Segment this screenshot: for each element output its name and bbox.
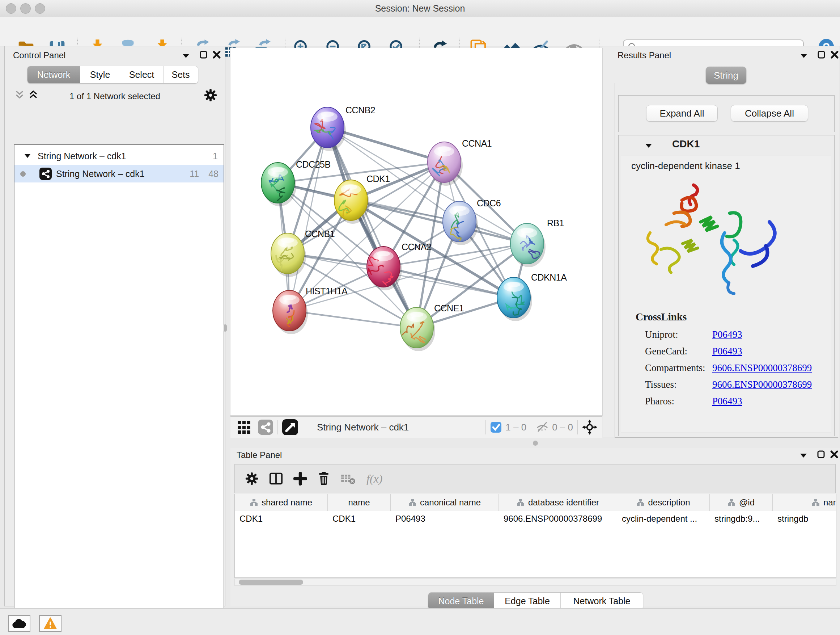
section-collapse-caret-icon[interactable] [645, 143, 653, 149]
panel-close-icon[interactable] [830, 50, 839, 59]
panel-close-icon[interactable] [212, 50, 221, 59]
gene-detail-box: cyclin-dependent kinase 1 [621, 156, 831, 433]
panel-float-icon[interactable] [817, 50, 826, 59]
network-node-CCNB2[interactable]: CCNB2 [311, 105, 375, 151]
crosslinks-heading: CrossLinks [636, 311, 687, 323]
crosslink-link[interactable]: P06493 [712, 346, 742, 357]
network-graph: CCNB2CCNA1CDC25BCDK1CDC6RB1CCNB1CCNA2CDK… [231, 48, 602, 415]
cell-name: CDK1 [328, 511, 391, 527]
tab-network-table[interactable]: Network Table [561, 593, 643, 610]
node-label-CDK1: CDK1 [366, 174, 390, 184]
tab-network[interactable]: Network [27, 66, 80, 83]
table-row[interactable]: CDK1 CDK1 P06493 9606.ENSP00000378699 cy… [235, 511, 836, 527]
panel-menu-icon[interactable] [182, 53, 190, 59]
cloud-status-button[interactable] [8, 615, 30, 632]
scrollbar-thumb[interactable] [239, 580, 303, 585]
panel-menu-icon[interactable] [799, 453, 807, 458]
tab-node-table[interactable]: Node Table [428, 593, 494, 610]
network-share-icon [39, 168, 52, 180]
vertical-splitter-handle[interactable] [224, 325, 227, 332]
column-header[interactable]: description [617, 494, 710, 511]
cell-canonical-name: P06493 [391, 511, 499, 527]
horizontal-splitter-handle[interactable] [533, 440, 538, 446]
fit-content-crosshair-icon[interactable] [582, 420, 597, 435]
network-column-icon [728, 499, 736, 507]
gear-icon[interactable] [245, 472, 259, 486]
cell-shared-name: CDK1 [235, 511, 328, 527]
tab-style[interactable]: Style [80, 66, 120, 83]
network-collection-row[interactable]: String Network – cdk1 1 [14, 148, 224, 165]
collapse-all-button[interactable]: Collapse All [731, 105, 808, 122]
birdseye-view-icon[interactable] [282, 419, 298, 435]
network-edge-CCNB2-HIST1H1A[interactable] [289, 127, 327, 310]
table-header-row: shared name name canonical name database… [235, 494, 836, 511]
titlebar: Session: New Session [0, 0, 840, 17]
node-label-RB1: RB1 [547, 218, 564, 228]
tree-expand-caret-icon[interactable] [25, 154, 31, 158]
tab-edge-table[interactable]: Edge Table [494, 593, 561, 610]
panel-float-icon[interactable] [817, 450, 826, 459]
selected-checkbox-icon[interactable] [490, 421, 502, 433]
network-column-icon [636, 499, 644, 507]
control-panel: Control Panel Network Style Select Sets … [4, 46, 225, 606]
network-node-CCNB1[interactable]: CCNB1 [271, 229, 335, 277]
network-node-HIST1H1A[interactable]: HIST1H1A [273, 286, 347, 334]
cell-namespace: stringdb [773, 511, 836, 527]
column-header[interactable]: shared name [235, 494, 328, 511]
panel-close-icon[interactable] [830, 450, 838, 459]
network-edge-CCNB2-CCNE1[interactable] [327, 127, 417, 328]
network-share-icon[interactable] [258, 420, 273, 435]
tab-select[interactable]: Select [120, 66, 164, 83]
column-header[interactable]: name [328, 494, 391, 511]
network-row-selected[interactable]: String Network – cdk1 11 48 [14, 165, 224, 182]
network-edge-HIST1H1A-CCNE1[interactable] [289, 310, 417, 328]
hidden-eye-slash-icon[interactable] [535, 421, 549, 433]
show-columns-icon[interactable] [269, 472, 283, 486]
warnings-button[interactable] [39, 615, 62, 632]
delete-table-icon[interactable] [340, 472, 356, 485]
toolbar-separator [485, 420, 486, 434]
network-node-CCNE1[interactable]: CCNE1 [400, 303, 464, 351]
table-panel-title: Table Panel [237, 450, 282, 460]
network-row-label: String Network – cdk1 [56, 169, 145, 179]
crosslink-link[interactable]: 9606.ENSP00000378699 [712, 363, 812, 374]
tab-sets[interactable]: Sets [164, 66, 198, 83]
panel-menu-icon[interactable] [800, 53, 808, 59]
column-header-label: database identifier [528, 497, 599, 508]
network-node-CDC6[interactable]: CDC6 [443, 198, 501, 245]
expand-all-button[interactable]: Expand All [646, 105, 718, 122]
column-header[interactable]: namespace [773, 494, 836, 511]
network-node-CCNA2[interactable]: CCNA2 [366, 242, 431, 290]
column-header-label: shared name [262, 497, 312, 508]
crosslink-link[interactable]: P06493 [712, 329, 742, 340]
gene-description: cyclin-dependent kinase 1 [631, 160, 740, 172]
network-node-RB1[interactable]: RB1 [510, 218, 564, 267]
tab-string[interactable]: String [706, 67, 746, 84]
column-header[interactable]: database identifier [499, 494, 617, 511]
control-panel-tabs: Network Style Select Sets [27, 66, 198, 84]
gear-icon[interactable] [204, 88, 218, 102]
network-canvas[interactable]: CCNB2CCNA1CDC25BCDK1CDC6RB1CCNB1CCNA2CDK… [231, 48, 602, 415]
node-label-CCNB2: CCNB2 [346, 105, 375, 115]
add-column-icon[interactable] [294, 472, 307, 486]
crosslink-link[interactable]: 9606.ENSP00000378699 [712, 379, 812, 390]
trash-icon[interactable] [317, 471, 330, 486]
node-label-CDC25B: CDC25B [296, 159, 331, 169]
hidden-counts: 0 – 0 [552, 422, 573, 433]
column-header[interactable]: canonical name [391, 494, 499, 511]
crosslink-label: Tissues: [645, 379, 677, 390]
crosslink-label: GeneCard: [645, 346, 687, 357]
crosslink-link[interactable]: P06493 [712, 396, 742, 407]
network-column-icon [812, 499, 820, 507]
panel-float-icon[interactable] [199, 50, 208, 59]
network-selection-status: 1 of 1 Network selected [5, 91, 225, 101]
network-node-CDC25B[interactable]: CDC25B [261, 159, 331, 206]
function-builder-button[interactable]: f(x) [366, 472, 382, 486]
table-horizontal-scrollbar[interactable] [234, 578, 836, 586]
results-panel-title: Results Panel [617, 50, 671, 60]
network-node-CDKN1A[interactable]: CDKN1A [497, 272, 567, 321]
grid-view-icon[interactable] [236, 419, 253, 435]
network-tree: String Network – cdk1 1 String Network –… [14, 144, 224, 635]
cell-description: cyclin-dependent ... [617, 511, 710, 527]
column-header[interactable]: @id [710, 494, 773, 511]
